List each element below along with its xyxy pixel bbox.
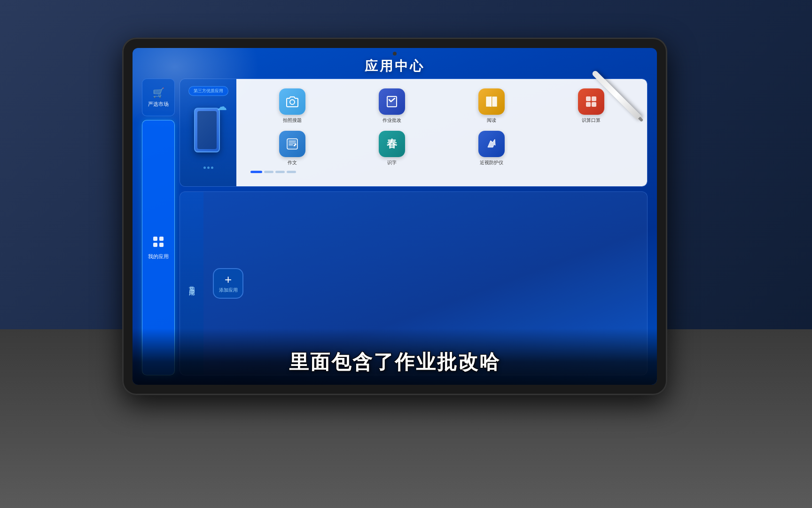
app-icon-reading [478,88,505,115]
app-icon-camera [279,88,305,115]
app-label-homework: 作业批改 [383,117,401,124]
app-icon-writing [279,131,305,157]
sidebar-item-my-apps-label: 我的应用 [148,253,169,260]
sidebar-item-market-label: 严选市场 [148,101,169,108]
app-item-writing[interactable]: 作文 [246,131,338,166]
phone-dot-3 [211,167,213,169]
app-icon-characters: 春 [379,131,405,157]
third-party-badge: 第三方优质应用 [188,86,228,96]
phone-screen [197,111,217,149]
svg-rect-0 [153,237,157,241]
phone-dot-1 [203,167,206,169]
app-grid-panel: 拍照搜题 作业批改 [236,79,647,186]
add-app-label: 添加应用 [219,287,238,294]
cloud-icon: ☁ [217,101,227,113]
third-party-section: 第三方优质应用 ☁ [180,79,648,187]
tablet-screen: 应用中心 🛒 严选市场 [133,48,657,385]
phone-body [194,108,220,152]
tablet-device: 应用中心 🛒 严选市场 [122,38,667,395]
page-dot-1[interactable] [250,171,262,173]
app-label-calc: 识算口算 [582,117,601,124]
svg-rect-2 [153,243,157,247]
app-grid: 拍照搜题 作业批改 [243,86,640,168]
app-label-writing: 作文 [288,159,297,166]
app-item-homework[interactable]: 作业批改 [345,88,438,124]
svg-rect-12 [592,102,596,107]
phone-illustration: ☁ [189,103,227,169]
page-title: 应用中心 [133,57,657,75]
sidebar-item-market[interactable]: 🛒 严选市场 [142,79,175,116]
svg-rect-9 [586,96,591,101]
common-apps-label-text: 常用应用 [187,281,196,286]
app-icon-training [478,131,505,157]
add-app-button[interactable]: + 添加应用 [213,268,243,299]
app-label-camera: 拍照搜题 [283,117,302,124]
svg-rect-6 [486,96,491,107]
svg-rect-10 [592,96,596,101]
app-label-reading: 阅读 [487,117,496,124]
svg-rect-3 [159,243,164,247]
my-apps-icon [152,235,165,251]
app-item-characters[interactable]: 春 识字 [345,131,438,166]
subtitle-text: 里面包含了作业批改哈 [289,349,500,375]
svg-rect-1 [159,237,164,241]
page-dot-4[interactable] [287,171,296,173]
svg-rect-11 [586,102,591,107]
app-item-reading[interactable]: 阅读 [445,88,538,124]
app-icon-calc [578,88,604,115]
svg-rect-7 [492,96,497,107]
add-plus-icon: + [225,273,232,286]
pagination [243,168,640,175]
subtitle-bar: 里面包含了作业批改哈 [133,328,657,385]
phone-dot-2 [207,167,210,169]
phone-dots [189,167,227,169]
app-item-training[interactable]: 近视防护仪 [445,131,538,166]
app-label-training: 近视防护仪 [480,159,503,166]
page-dot-2[interactable] [264,171,273,173]
third-party-panel: 第三方优质应用 ☁ [180,79,236,186]
svg-point-4 [290,100,295,104]
app-label-characters: 识字 [387,159,397,166]
market-icon: 🛒 [153,87,164,98]
app-item-camera[interactable]: 拍照搜题 [246,88,338,124]
page-dot-3[interactable] [275,171,285,173]
app-icon-homework [379,88,405,115]
camera-dot [393,52,397,56]
